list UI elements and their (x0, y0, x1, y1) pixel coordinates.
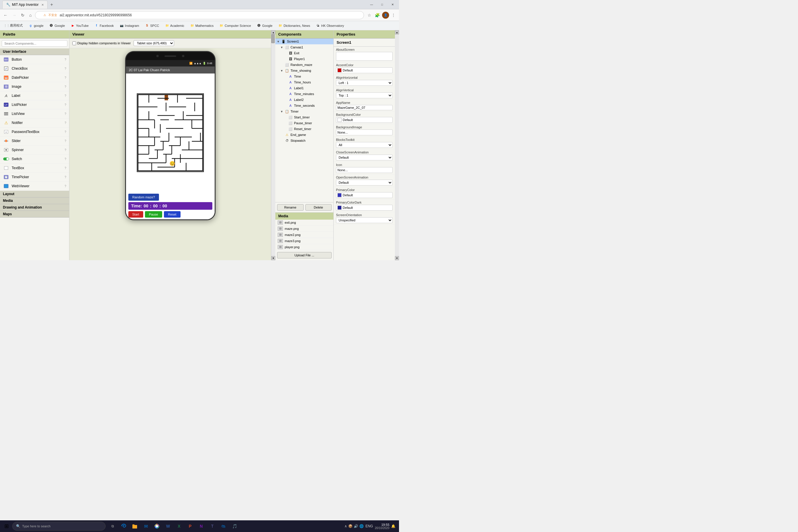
viewer-scrollbar[interactable]: ▲ ▼ (271, 30, 276, 260)
tree-exit[interactable]: 🖼 Exit (276, 50, 334, 56)
prop-aboutscreen-value[interactable] (336, 52, 393, 61)
profile-avatar[interactable]: 👤 (382, 12, 389, 19)
palette-webviewer[interactable]: 🌐 WebViewer ? (0, 182, 69, 191)
notifier-help[interactable]: ? (64, 121, 66, 125)
tree-player1[interactable]: 🖼 Player1 (276, 56, 334, 62)
bookmark-instagram[interactable]: 📷 Instagram (117, 23, 141, 28)
hidden-components-checkbox[interactable] (72, 41, 76, 45)
home-button[interactable]: ⌂ (28, 12, 33, 18)
random-maze-button[interactable]: Random maze? (128, 194, 159, 201)
palette-passwordtextbox[interactable]: •• PasswordTextBox ? (0, 128, 69, 136)
prop-alignhorizontal-select[interactable]: Left : 1 Center : 3 Right : 2 (336, 80, 393, 86)
scroll-up-arrow[interactable]: ▲ (271, 30, 276, 34)
tree-canvas1[interactable]: ▼ ⬜ Canvas1 (276, 44, 334, 50)
listview-help[interactable]: ? (64, 112, 66, 115)
palette-label[interactable]: A Label ? (0, 91, 69, 100)
delete-button[interactable]: Delete (305, 204, 332, 211)
tree-screen1[interactable]: ▼ 📱 Screen1 (276, 38, 334, 44)
bookmark-facebook[interactable]: f Facebook (92, 23, 116, 28)
bookmark-dict[interactable]: 📁 Dictionaries, News (276, 23, 312, 28)
datepicker-help[interactable]: ? (64, 76, 66, 79)
tree-time-showing[interactable]: ▼ 📋 Time_showing (276, 68, 334, 74)
media-exit-png[interactable]: 🖼 exit.png (276, 220, 334, 226)
pause-button[interactable]: Pause (145, 211, 162, 217)
palette-checkbox[interactable]: ✓ CheckBox ? (0, 64, 69, 73)
tree-pause-timer[interactable]: ⬜ Pause_timer (276, 120, 334, 126)
prop-screenorientation-select[interactable]: Unspecified Portrait Landscape (336, 217, 393, 223)
prop-openscreenanimation-select[interactable]: Default (336, 180, 393, 186)
start-button[interactable]: Start (128, 211, 143, 217)
palette-textbox[interactable]: TextBox ? (0, 164, 69, 173)
palette-listview[interactable]: ListView ? (0, 109, 69, 118)
rename-button[interactable]: Rename (277, 204, 304, 211)
prop-accentcolor-value[interactable]: Default (336, 68, 393, 73)
button-help[interactable]: ? (64, 58, 66, 61)
textbox-help[interactable]: ? (64, 167, 66, 170)
prop-backgroundimage-value[interactable]: None... (336, 130, 393, 135)
tree-end-game[interactable]: ⚠ End_game (276, 132, 334, 138)
right-scroll-down[interactable]: ▼ (395, 256, 399, 260)
tree-time-minutes[interactable]: A Time_minutes (276, 91, 334, 97)
prop-icon-value[interactable]: None... (336, 167, 393, 173)
tree-label2[interactable]: A Label2 (276, 97, 334, 103)
right-scroll-up[interactable]: ▲ (395, 30, 399, 34)
star-button[interactable]: ☆ (366, 12, 373, 19)
prop-appname-input[interactable] (336, 105, 393, 110)
palette-timepicker[interactable]: 🕐 TimePicker ? (0, 173, 69, 182)
maximize-button[interactable]: □ (378, 2, 386, 7)
tree-timer[interactable]: ▼ 📋 Timer (276, 109, 334, 114)
palette-listpicker[interactable]: LP ListPicker ? (0, 100, 69, 109)
prop-primarycolor-value[interactable]: Default (336, 192, 393, 198)
section-drawing[interactable]: Drawing and Animation (0, 204, 69, 211)
bookmark-hkobs[interactable]: 🌤 HK Observatory (314, 23, 346, 28)
palette-spinner[interactable]: ▼ Spinner ? (0, 146, 69, 155)
browser-tab[interactable]: 🔧 MIT App Inventor ✕ (2, 1, 48, 9)
reload-button[interactable]: ↻ (20, 12, 26, 18)
tree-reset-timer[interactable]: ⬜ Reset_timer (276, 126, 334, 132)
palette-slider[interactable]: Slider ? (0, 136, 69, 146)
section-user-interface[interactable]: User Interface (0, 49, 69, 55)
toggle-time-showing[interactable]: ▼ (280, 69, 284, 72)
palette-image[interactable]: 🖼 Image ? (0, 82, 69, 91)
listpicker-help[interactable]: ? (64, 103, 66, 107)
bookmark-google-small[interactable]: g google (26, 23, 46, 28)
bookmark-google2[interactable]: 🅖 Google (254, 23, 275, 28)
upload-button[interactable]: Upload File ... (277, 252, 331, 259)
toggle-timer[interactable]: ▼ (280, 110, 284, 113)
address-input[interactable]: ⚠ 不安全 ai2.appinventor.mit.edu/#521802999… (35, 11, 364, 19)
tree-time-seconds[interactable]: A Time_seconds (276, 103, 334, 109)
new-tab-button[interactable]: + (48, 1, 56, 9)
prop-blockstoolkit-select[interactable]: All (336, 142, 393, 148)
extensions-button[interactable]: 🧩 (374, 12, 381, 19)
palette-button[interactable]: Btn Button ? (0, 55, 69, 64)
checkbox-help[interactable]: ? (64, 67, 66, 70)
bookmark-mathematics[interactable]: 📁 Mathematics (188, 23, 216, 28)
media-maze-png[interactable]: 🖼 maze.png (276, 226, 334, 232)
palette-notifier[interactable]: ⚠ Notifier ? (0, 118, 69, 128)
bookmark-cs[interactable]: 📁 Computer Science (217, 23, 253, 28)
bookmark-apps[interactable]: ⋮⋮ 應用程式 (2, 22, 25, 28)
right-edge-scrollbar[interactable]: ▲ ▼ (395, 30, 399, 260)
tree-time[interactable]: A Time (276, 74, 334, 79)
webviewer-help[interactable]: ? (64, 185, 66, 188)
bookmark-spcc[interactable]: S SPCC (142, 23, 162, 28)
close-button[interactable]: ✕ (388, 2, 397, 7)
back-button[interactable]: ← (2, 12, 9, 18)
bookmark-academic[interactable]: 📁 Academic (163, 23, 187, 28)
prop-primarycolordark-value[interactable]: Default (336, 205, 393, 211)
passwordtextbox-help[interactable]: ? (64, 130, 66, 134)
media-maze3-png[interactable]: 🖼 maze3.png (276, 238, 334, 244)
section-layout[interactable]: Layout (0, 191, 69, 197)
tree-start-timer[interactable]: ⬜ Start_timer (276, 114, 334, 120)
spinner-help[interactable]: ? (64, 149, 66, 152)
section-media[interactable]: Media (0, 197, 69, 204)
media-player-png[interactable]: 🖼 player.png (276, 244, 334, 250)
tree-random-maze[interactable]: ⬜ Random_maze (276, 62, 334, 68)
reset-button[interactable]: Reset (164, 211, 180, 217)
palette-datepicker[interactable]: 📅 DatePicker ? (0, 73, 69, 82)
slider-help[interactable]: ? (64, 139, 66, 142)
scroll-down-arrow[interactable]: ▼ (271, 256, 276, 260)
hidden-components-checkbox-label[interactable]: Display hidden components in Viewer (72, 41, 131, 45)
media-maze2-png[interactable]: 🖼 maze2.png (276, 232, 334, 238)
prop-closescreenanimation-select[interactable]: Default (336, 155, 393, 160)
